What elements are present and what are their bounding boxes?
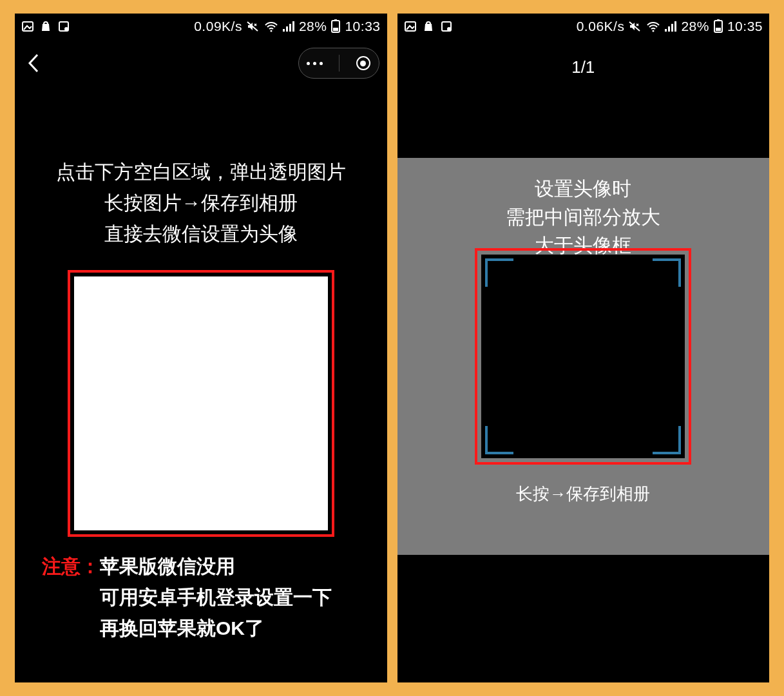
battery-pct: 28% [681, 19, 709, 34]
svg-point-13 [447, 27, 451, 31]
svg-point-3 [270, 30, 272, 32]
panel-instruction: 设置头像时 需把中间部分放大 大于头像框 [506, 175, 660, 260]
phone-left: 0.09K/s 28% 10:33 [13, 12, 389, 684]
miniprogram-capsule[interactable] [298, 48, 379, 79]
avatar-crop-panel: 设置头像时 需把中间部分放大 大于头像框 长按→保存到相册 [397, 158, 770, 555]
nav-bar [15, 39, 387, 87]
panel-bottom-text: 长按→保存到相册 [516, 483, 650, 505]
crop-corner-br [653, 426, 681, 454]
image-icon [21, 20, 34, 33]
note-tag: 注意： [42, 551, 100, 644]
note-line-2: 可用安卓手机登录设置一下 [100, 582, 332, 613]
red-highlight-crop [475, 248, 691, 465]
status-bar-left: 0.09K/s 28% 10:33 [15, 14, 387, 39]
album-icon [440, 20, 453, 33]
crop-corner-bl [485, 426, 513, 454]
signal-icon [664, 20, 677, 33]
instr-line-3: 直接去微信设置为头像 [15, 218, 387, 249]
svg-rect-21 [717, 19, 720, 21]
image-icon [404, 20, 417, 33]
gp-line-1: 设置头像时 [506, 175, 660, 203]
svg-rect-10 [334, 19, 337, 21]
bag-icon [39, 20, 52, 33]
svg-point-14 [653, 30, 655, 32]
transparent-image-area[interactable] [74, 276, 328, 530]
album-icon [57, 20, 70, 33]
status-bar-right: 0.06K/s 28% 10:35 [397, 14, 770, 39]
net-speed: 0.06K/s [577, 19, 625, 34]
chevron-left-icon [26, 52, 40, 74]
svg-rect-20 [716, 28, 721, 31]
instructions: 点击下方空白区域，弹出透明图片 长按图片→保存到相册 直接去微信设置为头像 [15, 157, 387, 249]
battery-icon [713, 19, 723, 34]
svg-rect-15 [665, 29, 667, 32]
svg-rect-9 [333, 28, 338, 31]
signal-icon [282, 20, 295, 33]
back-button[interactable] [23, 53, 43, 73]
svg-rect-17 [671, 24, 673, 32]
instr-line-2: 长按图片→保存到相册 [15, 188, 387, 218]
instr-line-1: 点击下方空白区域，弹出透明图片 [15, 157, 387, 188]
svg-rect-5 [286, 26, 288, 32]
svg-rect-6 [289, 24, 291, 32]
svg-rect-4 [283, 29, 285, 32]
capsule-divider [339, 55, 339, 72]
mute-icon [628, 20, 642, 33]
svg-rect-7 [292, 21, 294, 32]
note-line-3: 再换回苹果就OK了 [100, 613, 332, 644]
red-highlight-box [68, 270, 334, 537]
note-line-1: 苹果版微信没用 [100, 551, 332, 582]
battery-pct: 28% [299, 19, 327, 34]
mute-icon [246, 20, 260, 33]
wifi-icon [646, 20, 660, 33]
clock: 10:33 [345, 19, 380, 34]
svg-rect-18 [674, 21, 676, 32]
bag-icon [422, 20, 435, 33]
battery-icon [330, 19, 341, 34]
crop-corner-tr [653, 258, 681, 287]
wifi-icon [264, 20, 278, 33]
note-block: 注意： 苹果版微信没用 可用安卓手机登录设置一下 再换回苹果就OK了 [42, 551, 364, 644]
crop-corner-tl [485, 258, 513, 287]
svg-point-2 [64, 27, 68, 31]
clock: 10:35 [727, 19, 763, 34]
net-speed: 0.09K/s [194, 19, 242, 34]
close-miniprogram-icon [356, 56, 370, 70]
gp-line-2: 需把中间部分放大 [506, 203, 660, 231]
page-counter: 1/1 [397, 57, 770, 77]
more-icon [307, 62, 323, 65]
svg-rect-16 [668, 26, 670, 32]
phone-right: 0.06K/s 28% 10:35 1/1 设置头像时 需把中间部分放大 大于头… [396, 12, 772, 684]
